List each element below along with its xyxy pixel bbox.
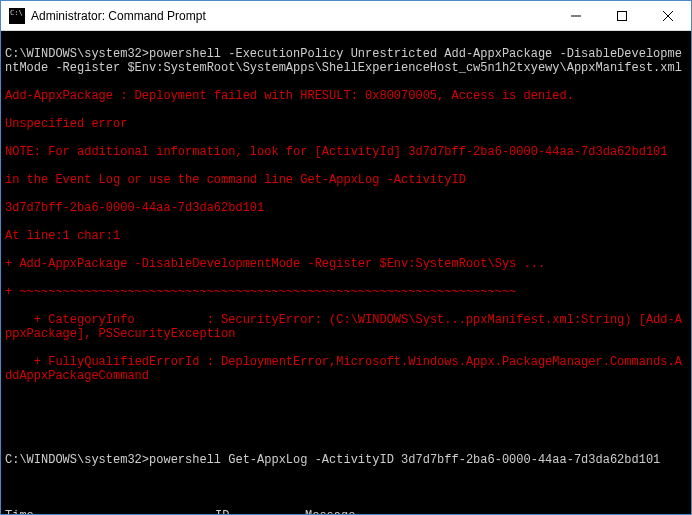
- error-line: + ~~~~~~~~~~~~~~~~~~~~~~~~~~~~~~~~~~~~~~…: [5, 285, 687, 299]
- window-title: Administrator: Command Prompt: [31, 9, 553, 23]
- command-line: C:\WINDOWS\system32>powershell -Executio…: [5, 47, 687, 75]
- titlebar: Administrator: Command Prompt: [1, 1, 691, 31]
- minimize-button[interactable]: [553, 1, 599, 30]
- error-line: in the Event Log or use the command line…: [5, 173, 687, 187]
- error-line: + CategoryInfo : SecurityError: (C:\WIND…: [5, 313, 687, 341]
- blank-line: [5, 425, 687, 439]
- error-line: At line:1 char:1: [5, 229, 687, 243]
- close-button[interactable]: [645, 1, 691, 30]
- prompt: C:\WINDOWS\system32>: [5, 453, 149, 467]
- col-header-message: Message: [305, 509, 687, 514]
- error-line: + FullyQualifiedErrorId : DeploymentErro…: [5, 355, 687, 383]
- command-text: powershell Get-AppxLog -ActivityID 3d7d7…: [149, 453, 660, 467]
- maximize-button[interactable]: [599, 1, 645, 30]
- svg-rect-1: [618, 11, 627, 20]
- error-line: + Add-AppxPackage -DisableDevelopmentMod…: [5, 257, 687, 271]
- window-controls: [553, 1, 691, 30]
- blank-line: [5, 481, 687, 495]
- prompt: C:\WINDOWS\system32>: [5, 47, 149, 61]
- col-header-id: ID: [215, 509, 305, 514]
- cmd-icon: [9, 8, 25, 24]
- col-header-time: Time: [5, 509, 215, 514]
- error-line: 3d7d7bff-2ba6-0000-44aa-7d3da62bd101: [5, 201, 687, 215]
- table-header-row: TimeIDMessage: [5, 509, 687, 514]
- error-line: Add-AppxPackage : Deployment failed with…: [5, 89, 687, 103]
- error-line: Unspecified error: [5, 117, 687, 131]
- terminal-output[interactable]: C:\WINDOWS\system32>powershell -Executio…: [1, 31, 691, 514]
- error-line: NOTE: For additional information, look f…: [5, 145, 687, 159]
- command-line: C:\WINDOWS\system32>powershell Get-AppxL…: [5, 453, 687, 467]
- blank-line: [5, 397, 687, 411]
